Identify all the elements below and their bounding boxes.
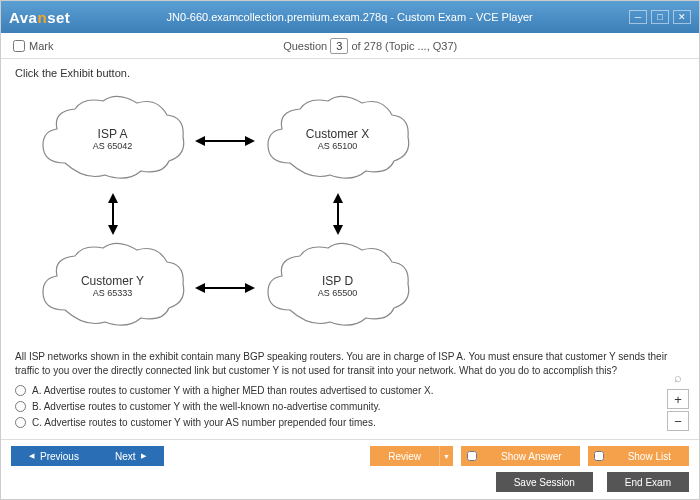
- svg-marker-8: [108, 225, 118, 235]
- show-list-wrap: Show List: [588, 446, 689, 466]
- review-dropdown-icon[interactable]: ▼: [439, 446, 453, 466]
- arrow-ispa-custx: [195, 133, 255, 149]
- zoom-out-button[interactable]: −: [667, 411, 689, 431]
- show-list-checkbox[interactable]: [594, 451, 604, 461]
- svg-marker-4: [195, 283, 205, 293]
- svg-marker-11: [333, 225, 343, 235]
- next-button[interactable]: Next: [97, 446, 165, 466]
- option-c[interactable]: C. Advertise routes to customer Y with y…: [15, 417, 685, 428]
- titlebar: Avanset JN0-660.examcollection.premium.e…: [1, 1, 699, 33]
- mark-checkbox-wrap[interactable]: Mark: [13, 40, 53, 52]
- app-logo: Avanset: [9, 9, 70, 26]
- question-number: 3: [330, 38, 348, 54]
- answer-options: A. Advertise routes to customer Y with a…: [15, 385, 685, 428]
- close-icon[interactable]: ✕: [673, 10, 691, 24]
- mark-label: Mark: [29, 40, 53, 52]
- exhibit-instruction: Click the Exhibit button.: [15, 67, 685, 79]
- question-bar: Mark Question 3 of 278 (Topic ..., Q37): [1, 33, 699, 59]
- previous-button[interactable]: Previous: [11, 446, 97, 466]
- option-b[interactable]: B. Advertise routes to customer Y with t…: [15, 401, 685, 412]
- save-session-button[interactable]: Save Session: [496, 472, 593, 492]
- review-button-wrap: Review ▼: [370, 446, 453, 466]
- magnifier-icon[interactable]: ⌕: [667, 367, 689, 387]
- content-area: Click the Exhibit button. ISP AAS 65042 …: [1, 59, 699, 439]
- show-list-button[interactable]: Show List: [610, 446, 689, 466]
- footer: Previous Next Review ▼ Show Answer Show …: [1, 439, 699, 499]
- exhibit-diagram: ISP AAS 65042 Customer XAS 65100 Custome…: [15, 85, 430, 340]
- show-answer-checkbox[interactable]: [467, 451, 477, 461]
- svg-marker-5: [245, 283, 255, 293]
- cloud-customer-x: Customer XAS 65100: [260, 93, 415, 185]
- nav-group: Previous Next: [11, 446, 164, 466]
- review-button[interactable]: Review: [370, 446, 439, 466]
- mark-checkbox[interactable]: [13, 40, 25, 52]
- show-answer-button[interactable]: Show Answer: [483, 446, 580, 466]
- window-controls: ─ □ ✕: [629, 10, 691, 24]
- svg-marker-10: [333, 193, 343, 203]
- arrow-custx-ispd: [330, 193, 346, 235]
- end-exam-button[interactable]: End Exam: [607, 472, 689, 492]
- option-a[interactable]: A. Advertise routes to customer Y with a…: [15, 385, 685, 396]
- question-info: Question 3 of 278 (Topic ..., Q37): [53, 40, 687, 52]
- cloud-isp-a: ISP AAS 65042: [35, 93, 190, 185]
- svg-marker-7: [108, 193, 118, 203]
- maximize-icon[interactable]: □: [651, 10, 669, 24]
- zoom-in-button[interactable]: +: [667, 389, 689, 409]
- show-answer-wrap: Show Answer: [461, 446, 580, 466]
- svg-marker-1: [195, 136, 205, 146]
- cloud-customer-y: Customer YAS 65333: [35, 240, 190, 332]
- zoom-controls: ⌕ + −: [667, 367, 689, 431]
- svg-marker-2: [245, 136, 255, 146]
- question-text: All ISP networks shown in the exhibit co…: [15, 350, 685, 377]
- minimize-icon[interactable]: ─: [629, 10, 647, 24]
- arrow-custy-ispd: [195, 280, 255, 296]
- cloud-isp-d: ISP DAS 65500: [260, 240, 415, 332]
- window-title: JN0-660.examcollection.premium.exam.278q…: [70, 11, 629, 23]
- arrow-ispa-custy: [105, 193, 121, 235]
